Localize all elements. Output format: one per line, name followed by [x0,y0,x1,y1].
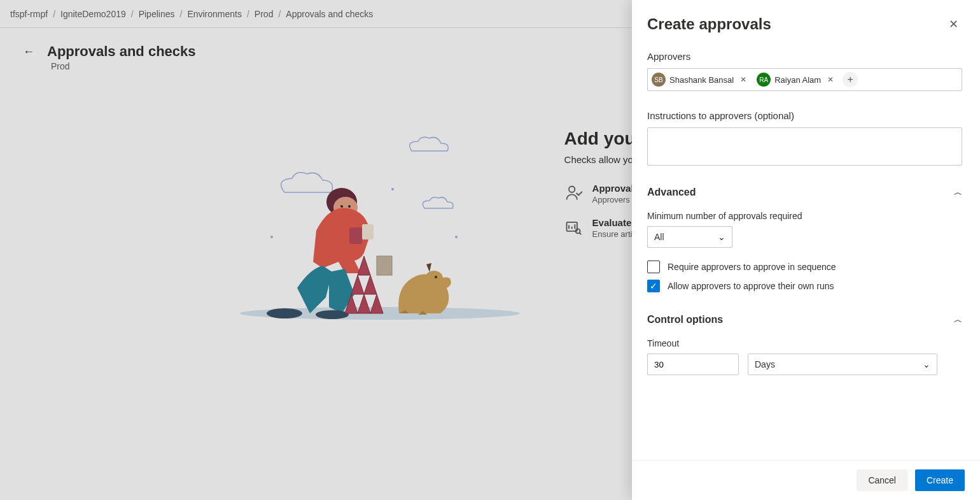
breadcrumb-item[interactable]: Prod [255,9,274,19]
close-icon[interactable]: ✕ [944,15,962,33]
timeout-unit-value: Days [755,359,775,369]
breadcrumb-item[interactable]: Pipelines [139,9,175,19]
own-runs-checkbox-label: Allow approvers to approve their own run… [668,281,834,291]
panel-title: Create approvals [647,15,771,33]
breadcrumb-item[interactable]: IgniteDemo2019 [60,9,126,19]
create-button[interactable]: Create [915,469,965,491]
avatar-icon: RA [757,73,771,87]
svg-marker-12 [351,275,364,294]
approver-chip: SB Shashank Bansal ✕ [650,71,752,88]
sequence-checkbox-label: Require approvers to approve in sequence [668,262,836,272]
svg-point-3 [340,205,343,208]
breadcrumb-sep: / [278,9,281,19]
timeout-unit-select[interactable]: Days ⌄ [748,354,937,375]
breadcrumb-sep: / [179,9,182,19]
svg-marker-11 [370,294,383,313]
artifact-icon [564,218,582,236]
svg-point-18 [270,236,273,238]
min-approvals-label: Minimum number of approvals required [647,211,962,221]
back-arrow-icon[interactable]: ← [23,45,34,59]
approver-name: Shashank Bansal [669,75,734,85]
breadcrumb-item[interactable]: Environments [187,9,242,19]
chevron-up-icon: ︿ [954,314,962,325]
empty-state-illustration [234,129,526,320]
breadcrumb-sep: / [53,9,55,19]
approvers-input[interactable]: SB Shashank Bansal ✕ RA Raiyan Alam ✕ + [647,68,962,91]
svg-point-19 [455,236,458,238]
advanced-section-toggle[interactable]: Advanced ︿ [647,187,962,198]
instructions-label: Instructions to approvers (optional) [647,110,962,121]
breadcrumb-sep: / [247,9,249,19]
remove-approver-icon[interactable]: ✕ [825,75,836,84]
page-title: Approvals and checks [47,43,196,60]
svg-point-5 [267,308,302,318]
svg-marker-13 [364,275,377,294]
approver-chip: RA Raiyan Alam ✕ [755,71,839,88]
breadcrumb-sep: / [131,9,134,19]
svg-point-16 [425,271,443,286]
min-approvals-value: All [654,232,664,242]
instructions-input[interactable] [647,127,962,166]
svg-rect-15 [377,256,392,275]
breadcrumb-item[interactable]: Approvals and checks [286,9,373,19]
panel-footer: Cancel Create [632,460,980,500]
svg-point-17 [435,276,437,278]
person-icon [564,184,582,202]
chevron-down-icon: ⌄ [923,359,930,369]
min-approvals-select[interactable]: All ⌄ [647,226,732,248]
chevron-up-icon: ︿ [954,187,962,198]
timeout-label: Timeout [647,338,962,348]
svg-point-6 [316,310,349,319]
create-approvals-panel: Create approvals ✕ Approvers SB Shashank… [632,0,980,500]
svg-marker-10 [358,294,370,313]
approver-name: Raiyan Alam [774,75,821,85]
own-runs-checkbox[interactable]: ✓ [647,280,660,292]
svg-rect-7 [349,227,362,244]
advanced-label: Advanced [647,187,696,198]
svg-point-4 [348,205,351,208]
svg-point-21 [569,187,575,192]
breadcrumb-item[interactable]: tfspf-rmpf [10,9,48,19]
control-options-section-toggle[interactable]: Control options ︿ [647,314,962,325]
timeout-value-input[interactable] [647,354,739,375]
control-options-label: Control options [647,314,723,325]
cancel-button[interactable]: Cancel [857,469,907,491]
add-approver-button[interactable]: + [843,72,858,87]
remove-approver-icon[interactable]: ✕ [738,75,749,84]
approvers-label: Approvers [647,51,962,62]
chevron-down-icon: ⌄ [718,232,725,242]
avatar-icon: SB [652,73,666,87]
svg-marker-14 [358,256,370,275]
svg-rect-8 [362,224,374,239]
svg-point-20 [391,188,394,190]
sequence-checkbox[interactable] [647,261,660,273]
